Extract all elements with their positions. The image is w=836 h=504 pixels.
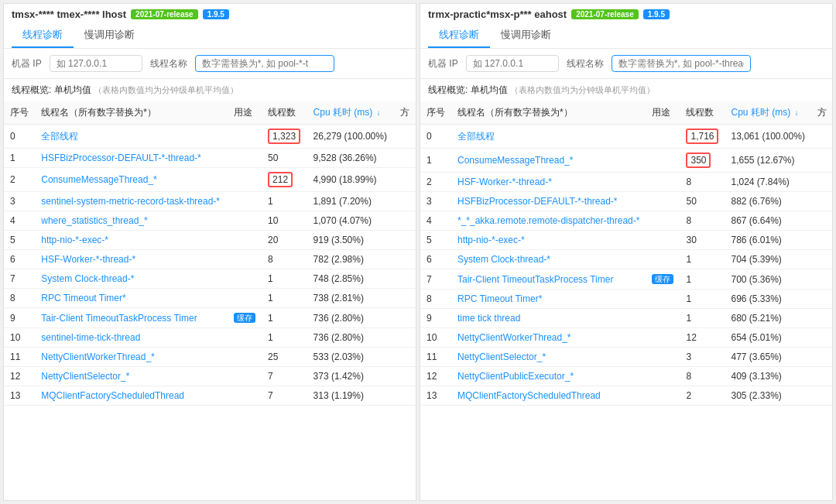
row-name[interactable]: NettyClientSelector_* xyxy=(451,348,646,367)
row-name[interactable]: http-nio-*-exec-* xyxy=(451,231,646,250)
row-name[interactable]: http-nio-*-exec-* xyxy=(35,231,228,250)
col-header-4[interactable]: Cpu 耗时 (ms) ↓ xyxy=(725,101,810,125)
row-count: 1 xyxy=(262,289,307,308)
row-tag xyxy=(646,386,680,406)
row-name[interactable]: System Clock-thread-* xyxy=(35,269,228,289)
tab-0[interactable]: 线程诊断 xyxy=(428,23,490,48)
row-tag xyxy=(646,125,680,149)
row-name[interactable]: sentinel-time-tick-thread xyxy=(35,328,228,348)
badge-release: 2021-07-release xyxy=(571,9,639,19)
tab-1[interactable]: 慢调用诊断 xyxy=(74,23,146,48)
table-row: 2ConsumeMessageThread_*2124,990 (18.99%) xyxy=(4,168,416,192)
name-input[interactable] xyxy=(612,55,751,72)
left-panel: tmsx-**** tmex-**** lhost2021-07-release… xyxy=(3,3,416,501)
row-cpu: 1,070 (4.07%) xyxy=(307,211,394,231)
row-name[interactable]: 全部线程 xyxy=(35,125,228,149)
row-tag xyxy=(228,125,262,149)
row-name[interactable]: NettyClientPublicExecutor_* xyxy=(451,367,646,386)
row-name[interactable]: 全部线程 xyxy=(451,125,646,149)
filter-bar: 机器 IP线程名称 xyxy=(4,49,416,79)
col-header-5[interactable]: 方 xyxy=(811,101,832,125)
table-row: 11NettyClientSelector_*3477 (3.65%) xyxy=(420,348,832,367)
col-header-3[interactable]: 线程数 xyxy=(680,101,725,125)
col-header-0: 序号 xyxy=(4,101,35,125)
row-cpu: 748 (2.85%) xyxy=(307,269,394,289)
panel-header: tmsx-**** tmex-**** lhost2021-07-release… xyxy=(4,4,416,49)
table-row: 13MQClientFactoryScheduledThread7313 (1.… xyxy=(4,386,416,406)
row-name[interactable]: RPC Timeout Timer* xyxy=(35,289,228,308)
row-count: 1 xyxy=(262,328,307,348)
table-row: 2HSF-Worker-*-thread-*81,024 (7.84%) xyxy=(420,173,832,192)
row-count: 1 xyxy=(262,269,307,289)
row-count: 50 xyxy=(262,149,307,168)
name-label: 线程名称 xyxy=(567,57,604,70)
table-row: 3sentinel-system-metric-record-task-thre… xyxy=(4,192,416,211)
row-id: 5 xyxy=(4,231,35,250)
row-name[interactable]: NettyClientSelector_* xyxy=(35,367,228,386)
row-name[interactable]: NettyClientWorkerThread_* xyxy=(35,348,228,367)
row-id: 7 xyxy=(4,269,35,289)
row-cpu: 1,891 (7.20%) xyxy=(307,192,394,211)
row-name[interactable]: where_statistics_thread_* xyxy=(35,211,228,231)
row-name[interactable]: *_*_akka.remote.remote-dispatcher-thread… xyxy=(451,211,646,231)
row-name[interactable]: RPC Timeout Timer* xyxy=(451,290,646,309)
row-cpu: 1,655 (12.67%) xyxy=(725,149,810,173)
row-name[interactable]: sentinel-system-metric-record-task-threa… xyxy=(35,192,228,211)
row-name[interactable]: HSFBizProcessor-DEFAULT-*-thread-* xyxy=(35,149,228,168)
col-header-5[interactable]: 方 xyxy=(394,101,416,125)
row-id: 13 xyxy=(4,386,35,406)
row-tag xyxy=(228,367,262,386)
tag-badge: 缓存 xyxy=(652,274,673,284)
row-cpu: 704 (5.39%) xyxy=(725,250,810,269)
name-input[interactable] xyxy=(195,55,334,72)
row-count: 2 xyxy=(680,386,725,406)
row-count: 1 xyxy=(680,269,725,290)
row-id: 10 xyxy=(420,328,451,348)
table-row: 10sentinel-time-tick-thread1736 (2.80%) xyxy=(4,328,416,348)
row-tag xyxy=(228,289,262,308)
row-name[interactable]: MQClientFactoryScheduledThread xyxy=(451,386,646,406)
row-name[interactable]: ConsumeMessageThread_* xyxy=(35,168,228,192)
table-container: 序号线程名（所有数字替换为*）用途线程数Cpu 耗时 (ms) ↓方0全部线程1… xyxy=(4,101,416,500)
tab-0[interactable]: 线程诊断 xyxy=(12,23,74,48)
row-name[interactable]: MQClientFactoryScheduledThread xyxy=(35,386,228,406)
row-cpu: 882 (6.76%) xyxy=(725,192,810,211)
col-header-4[interactable]: Cpu 耗时 (ms) ↓ xyxy=(307,101,394,125)
row-count: 7 xyxy=(262,367,307,386)
tab-1[interactable]: 慢调用诊断 xyxy=(490,23,562,48)
table-row: 6HSF-Worker-*-thread-*8782 (2.98%) xyxy=(4,250,416,269)
table-row: 11NettyClientWorkerThread_*25533 (2.03%) xyxy=(4,348,416,367)
row-cpu: 736 (2.80%) xyxy=(307,308,394,328)
row-name[interactable]: HSFBizProcessor-DEFAULT-*-thread-* xyxy=(451,192,646,211)
row-tag: 缓存 xyxy=(228,308,262,328)
col-header-3[interactable]: 线程数 xyxy=(262,101,307,125)
row-name[interactable]: HSF-Worker-*-thread-* xyxy=(451,173,646,192)
name-label: 线程名称 xyxy=(150,57,187,70)
row-cpu: 1,024 (7.84%) xyxy=(725,173,810,192)
row-name[interactable]: Tair-Client TimeoutTaskProcess Timer xyxy=(35,308,228,328)
row-count: 20 xyxy=(262,231,307,250)
row-name[interactable]: HSF-Worker-*-thread-* xyxy=(35,250,228,269)
row-count: 50 xyxy=(680,192,725,211)
row-count: 25 xyxy=(262,348,307,367)
row-tag: 缓存 xyxy=(646,269,680,290)
col-header-1: 线程名（所有数字替换为*） xyxy=(35,101,228,125)
row-tag xyxy=(228,386,262,406)
row-name[interactable]: NettyClientWorkerThread_* xyxy=(451,328,646,348)
ip-input[interactable] xyxy=(466,55,559,72)
row-count: 1 xyxy=(262,308,307,328)
row-count: 212 xyxy=(262,168,307,192)
row-name[interactable]: Tair-Client TimeoutTaskProcess Timer xyxy=(451,269,646,290)
row-tag xyxy=(228,348,262,367)
ip-input[interactable] xyxy=(50,55,142,72)
row-name[interactable]: System Clock-thread-* xyxy=(451,250,646,269)
row-cpu: 409 (3.13%) xyxy=(725,367,810,386)
table-row: 10NettyClientWorkerThread_*12654 (5.01%) xyxy=(420,328,832,348)
table-row: 0全部线程1,32326,279 (100.00%) xyxy=(4,125,416,149)
row-id: 13 xyxy=(420,386,451,406)
row-name[interactable]: time tick thread xyxy=(451,309,646,328)
ip-label: 机器 IP xyxy=(428,57,458,70)
right-panel: trmx-practic*msx-p*** eahost2021-07-rele… xyxy=(420,3,833,501)
row-name[interactable]: ConsumeMessageThread_* xyxy=(451,149,646,173)
row-cpu: 738 (2.81%) xyxy=(307,289,394,308)
